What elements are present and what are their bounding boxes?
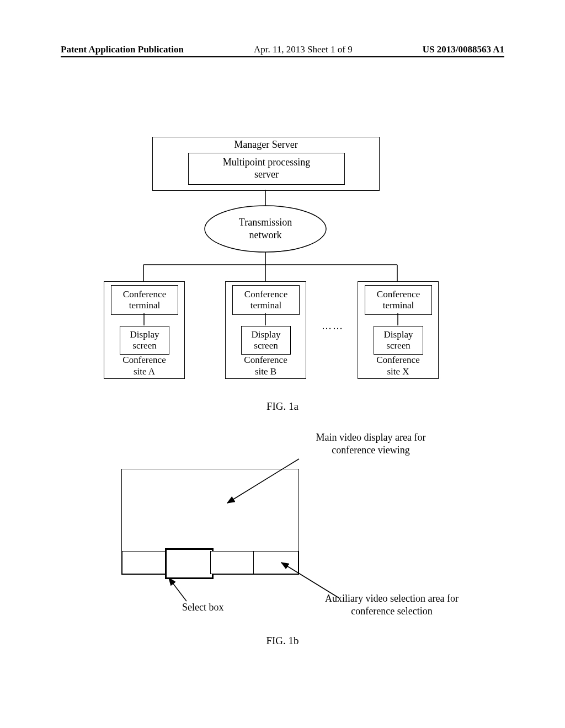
svg-line-11	[227, 459, 299, 503]
fig-1b-caption: FIG. 1b	[0, 634, 565, 647]
select-box-label: Select box	[182, 601, 248, 614]
auxiliary-video-label: Auxiliary video selection area for confe…	[287, 592, 497, 617]
svg-line-13	[169, 578, 186, 601]
